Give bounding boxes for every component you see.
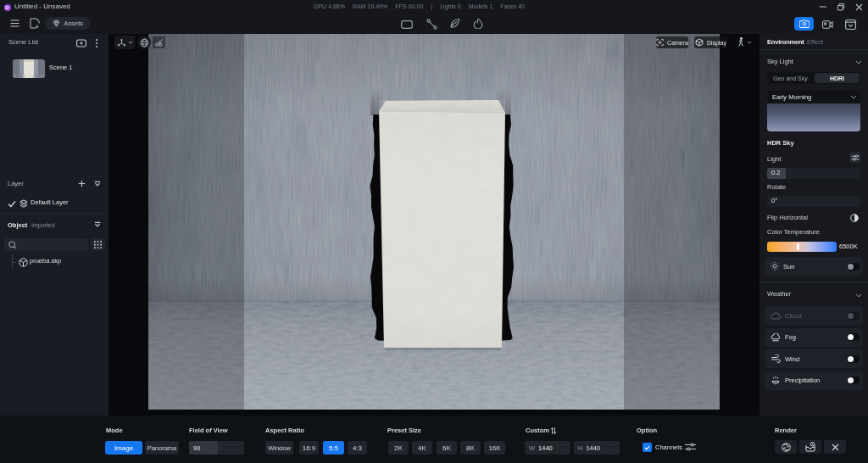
aspect-ratio-label: Aspect Ratio — [265, 427, 304, 434]
fog-row[interactable]: Fog — [765, 328, 863, 347]
menu-button[interactable] — [10, 20, 19, 27]
scene-list-menu-button[interactable] — [95, 38, 98, 48]
custom-height-input[interactable]: H 1440 — [574, 441, 620, 455]
sky-light-header[interactable]: Sky Light — [767, 58, 793, 65]
layer-visibility-check[interactable] — [8, 200, 16, 208]
wind-toggle[interactable] — [847, 355, 860, 363]
render-settings-button[interactable] — [775, 440, 797, 454]
tab-effect[interactable]: Effect — [807, 38, 823, 46]
stat-label: RAM — [353, 3, 366, 9]
layer-name[interactable]: Default Layer — [31, 198, 69, 206]
restore-button[interactable] — [833, 0, 849, 14]
display-button[interactable]: Display — [694, 36, 727, 48]
light-adjust-button[interactable] — [849, 152, 861, 163]
channels-checkbox[interactable] — [643, 443, 652, 452]
hdri-option[interactable]: HDRI — [815, 73, 860, 83]
object-header: Object — [8, 221, 27, 229]
video-render-button[interactable] — [822, 20, 833, 29]
sky-preview[interactable] — [767, 103, 860, 131]
preset-2k-button[interactable]: 2K — [388, 441, 409, 455]
mode-panorama-button[interactable]: Panorama — [145, 441, 179, 455]
scene-3d-image — [148, 34, 720, 410]
add-layer-button[interactable] — [78, 180, 86, 187]
object-grid-view-button[interactable] — [91, 238, 105, 251]
object-cube-icon — [19, 258, 28, 267]
assets-diamond-icon — [53, 20, 60, 27]
precipitation-toggle[interactable] — [847, 377, 860, 384]
stat-value: 1 — [489, 3, 492, 9]
preset-8k-button[interactable]: 8K — [460, 441, 481, 455]
minimize-button[interactable] — [815, 0, 831, 14]
globe-button[interactable] — [137, 36, 151, 49]
rotate-input[interactable]: 0° — [767, 196, 860, 207]
color-temperature-slider[interactable] — [767, 242, 837, 252]
light-tool-button[interactable] — [426, 19, 437, 30]
preset-size-label: Preset Size — [387, 427, 421, 434]
wind-icon — [771, 354, 781, 363]
object-item-name[interactable]: prueba.skp — [30, 257, 61, 265]
hdri-preset-dropdown[interactable]: Early Morning — [767, 91, 860, 103]
mode-image-button[interactable]: Image — [105, 441, 142, 455]
close-icon — [855, 3, 863, 11]
object-search-input[interactable] — [4, 238, 88, 251]
viewport[interactable]: Camera Display — [108, 34, 760, 416]
sun-toggle[interactable] — [847, 263, 860, 271]
fog-toggle[interactable] — [847, 333, 860, 341]
aspect-4-3-button[interactable]: 4:3 — [348, 441, 367, 455]
close-button[interactable] — [851, 0, 866, 14]
precipitation-row[interactable]: Precipitation — [765, 371, 863, 390]
particle-tool-button[interactable] — [473, 18, 483, 29]
import-button[interactable] — [30, 18, 40, 29]
fov-input[interactable]: 90 — [189, 441, 244, 455]
scene-name[interactable]: Scene 1 — [49, 64, 73, 71]
camera-view-button[interactable]: Camera — [656, 36, 688, 48]
chevron-down-icon — [128, 41, 133, 44]
gizmo-tool-button[interactable] — [114, 36, 135, 49]
cloud-label: Cloud — [785, 312, 802, 320]
close-render-bar-button[interactable] — [824, 440, 846, 454]
cloud-toggle[interactable] — [847, 312, 860, 320]
collapse-chevron-icon — [94, 221, 101, 228]
preset-16k-button[interactable]: 16K — [484, 441, 505, 455]
custom-width-input[interactable]: W 1440 — [525, 441, 570, 455]
cloud-row[interactable]: Cloud — [765, 306, 863, 325]
walk-mode-button[interactable] — [735, 36, 754, 48]
option-sliders-icon[interactable] — [685, 443, 696, 451]
geo-sky-option[interactable]: Geo and Sky — [767, 72, 814, 84]
geometry-tool-button[interactable] — [401, 20, 413, 29]
add-scene-button[interactable] — [76, 39, 86, 47]
aspect-5-5-button[interactable]: 5:5 — [323, 441, 344, 455]
sun-row[interactable]: Sun — [765, 257, 863, 276]
scene-thumbnail[interactable] — [13, 59, 45, 78]
preset-4k-button[interactable]: 4K — [412, 441, 432, 455]
weather-header[interactable]: Weather — [767, 290, 791, 298]
render-queue-button[interactable] — [799, 440, 821, 454]
globe-icon — [140, 38, 149, 47]
custom-width-label: W — [529, 444, 535, 452]
sky-light-chevron-icon[interactable] — [855, 60, 862, 64]
preset-6k-button[interactable]: 6K — [437, 441, 457, 455]
light-input[interactable]: 0.2 — [767, 168, 860, 179]
camera-frame-icon — [656, 38, 664, 47]
color-temperature-handle[interactable] — [797, 243, 799, 250]
photo-render-button[interactable] — [794, 17, 814, 31]
light-label: Light — [767, 155, 781, 163]
assets-button[interactable]: Assets — [45, 17, 91, 30]
performance-stats: GPU 4.88% RAM 19.49% FPS 60.00 | Lights … — [314, 0, 525, 14]
aspect-16-9-button[interactable]: 16:9 — [299, 441, 319, 455]
section-tool-button[interactable] — [153, 36, 165, 48]
object-collapse-button[interactable] — [94, 221, 101, 228]
weather-chevron-icon[interactable] — [855, 293, 862, 298]
layer-collapse-button[interactable] — [94, 181, 101, 187]
thumbnail-floor-art — [13, 75, 45, 78]
render-queue-tray-button[interactable] — [845, 20, 856, 30]
render-label: Render — [775, 427, 797, 434]
swap-dimensions-icon[interactable] — [550, 427, 557, 435]
vegetation-tool-button[interactable] — [449, 18, 460, 29]
flip-horizontal-icon[interactable] — [850, 214, 859, 222]
hdri-preset-value: Early Morning — [772, 93, 811, 101]
aspect-window-button[interactable]: Window — [265, 441, 293, 455]
tab-environment[interactable]: Environment — [767, 38, 804, 46]
wind-row[interactable]: Wind — [765, 349, 863, 368]
layer-header: Layer — [8, 180, 24, 187]
